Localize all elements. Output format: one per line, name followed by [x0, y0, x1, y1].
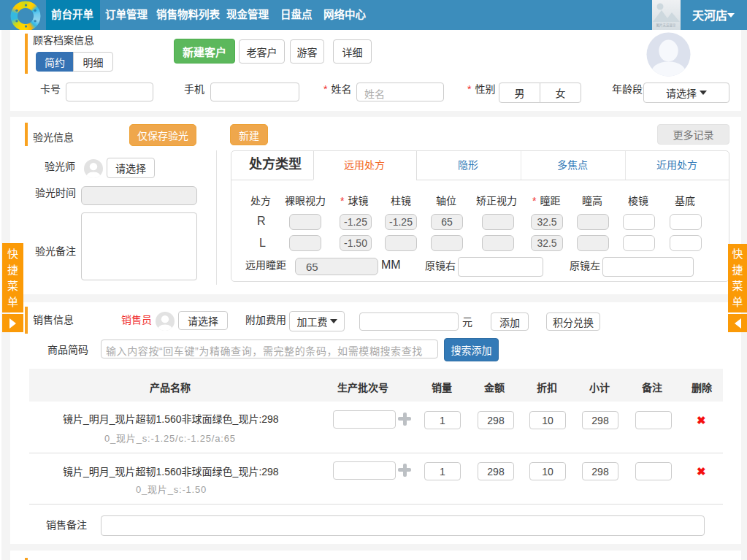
svg-text:图片无法显示: 图片无法显示: [656, 23, 676, 28]
